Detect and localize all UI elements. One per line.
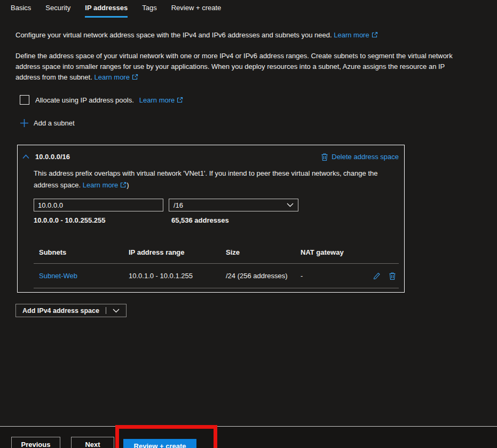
chevron-down-icon [287,203,294,207]
edit-subnet-pencil-icon[interactable] [373,272,380,280]
cidr-select[interactable]: /16 [169,199,298,211]
col-header-subnets: Subnets [39,248,129,256]
subnet-size: /24 (256 addresses) [226,272,301,280]
address-space-body: This address prefix overlaps with virtua… [18,168,404,292]
chevron-down-icon[interactable] [113,309,120,313]
address-space-fields: /16 [34,199,399,211]
tab-review-create[interactable]: Review + create [171,4,222,18]
intro-learn-more-label: Learn more [334,31,369,39]
intro-text-span: Configure your virtual network address s… [15,31,332,39]
col-header-nat-gateway: NAT gateway [301,248,365,256]
add-subnet-button[interactable]: Add a subnet [20,119,75,128]
cidr-select-value: /16 [173,201,183,209]
col-header-size: Size [226,248,301,256]
external-link-icon [177,97,183,103]
address-space-title: 10.0.0.0/16 [35,153,70,161]
add-ipv4-label: Add IPv4 address space [22,307,99,315]
tab-basics[interactable]: Basics [11,4,31,18]
wizard-tabs: Basics Security IP addresses Tags Review… [0,0,497,18]
split-button-divider [106,307,106,314]
description-learn-more-label: Learn more [94,73,129,81]
description-text-span: Define the address space of your virtual… [15,52,453,81]
warning-learn-more-link[interactable]: Learn more [83,181,127,189]
next-button[interactable]: Next [71,437,114,448]
external-link-icon [132,74,138,80]
address-space-header: 10.0.0.0/16 Delete address space [18,145,404,161]
review-create-button[interactable]: Review + create [123,439,196,448]
subnet-table-header: Subnets IP address range Size NAT gatewa… [34,248,399,264]
address-range-value: 10.0.0.0 - 10.0.255.255 [34,216,171,224]
overlap-warning-text: This address prefix overlaps with virtua… [34,168,391,191]
subnet-table: Subnets IP address range Size NAT gatewa… [34,248,399,288]
ip-address-input[interactable] [34,199,163,211]
previous-button[interactable]: Previous [11,437,60,448]
add-subnet-label: Add a subnet [34,119,75,127]
delete-subnet-trash-icon[interactable] [389,272,396,280]
col-header-ip-range: IP address range [129,248,226,256]
allocate-ip-pools-checkbox[interactable] [20,95,29,105]
warning-learn-more-label: Learn more [83,181,118,189]
warning-suffix: ) [127,181,129,189]
chevron-up-icon[interactable] [22,154,29,159]
delete-address-space-label: Delete address space [332,153,399,161]
external-link-icon [372,32,378,38]
address-count-value: 65,536 addresses [171,216,229,224]
allocate-learn-more-link[interactable]: Learn more [139,96,183,104]
wizard-footer: Previous Next Review + create [0,427,497,448]
subnet-name-link[interactable]: Subnet-Web [39,272,129,280]
address-space-card: 10.0.0.0/16 Delete address space This ad… [17,145,405,293]
intro-learn-more-link[interactable]: Learn more [334,31,377,39]
add-ipv4-address-space-button[interactable]: Add IPv4 address space [15,304,127,317]
delete-address-space-button[interactable]: Delete address space [321,153,399,161]
allocate-learn-more-label: Learn more [139,96,175,104]
trash-icon [321,153,328,161]
subnet-table-row: Subnet-Web 10.0.1.0 - 10.0.1.255 /24 (25… [34,264,399,288]
tab-security[interactable]: Security [45,4,70,18]
subnet-nat-gateway: - [301,272,365,280]
allocate-ip-pools-label: Allocate using IP address pools. [35,96,134,104]
intro-text: Configure your virtual network address s… [15,30,480,40]
create-vnet-ip-addresses-page: { "tabs": [ { "label": "Basics", "select… [0,0,497,448]
plus-icon [20,119,29,128]
tab-content: Configure your virtual network address s… [0,30,497,317]
address-range-row: 10.0.0.0 - 10.0.255.255 65,536 addresses [34,216,399,224]
allocate-ip-pools-row: Allocate using IP address pools. Learn m… [20,95,497,105]
subnet-ip-range: 10.0.1.0 - 10.0.1.255 [129,272,226,280]
tab-tags[interactable]: Tags [142,4,156,18]
description-learn-more-link[interactable]: Learn more [94,73,138,81]
description-text: Define the address space of your virtual… [15,51,471,83]
external-link-icon [120,182,127,188]
tab-ip-addresses[interactable]: IP addresses [85,4,128,18]
